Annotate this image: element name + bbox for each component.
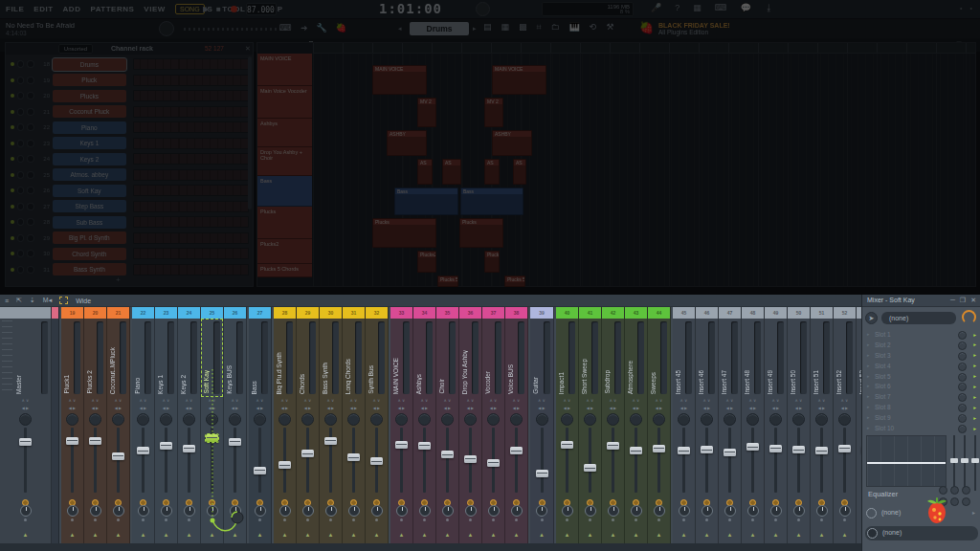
fader-handle[interactable] — [206, 434, 218, 442]
stereo-sep-icon[interactable] — [69, 397, 77, 405]
mixer-strip[interactable]: 42 Subdrop — [602, 307, 625, 543]
pattern-next-arrow[interactable]: ▸ — [473, 25, 477, 33]
mute-led[interactable] — [530, 493, 553, 504]
pan-arrows-icon[interactable] — [726, 405, 733, 412]
step-sequencer-cells[interactable] — [133, 185, 249, 196]
mute-led[interactable] — [0, 493, 51, 504]
strip-name-zone[interactable]: Sweeps — [648, 319, 670, 397]
mixer-strip[interactable]: 36 Drop You Ashby — [459, 307, 482, 543]
playlist-track-header[interactable]: Plucks 5 Chords — [257, 264, 312, 277]
strip-color-cap[interactable]: 41 — [579, 307, 601, 319]
strip-name-zone[interactable]: Insert 52 — [834, 319, 856, 397]
slot-mix-knob[interactable] — [958, 373, 967, 382]
pan-arrows-icon[interactable] — [467, 405, 474, 412]
strip-color-cap[interactable]: 24 — [178, 307, 200, 319]
mixer-strip[interactable]: 21 Coconut..MPluck — [107, 307, 130, 543]
pan-arrows-icon[interactable] — [703, 405, 710, 412]
strip-color-cap[interactable]: 34 — [413, 307, 435, 319]
menu-item[interactable]: VIEW — [144, 5, 165, 13]
stereo-knob[interactable] — [418, 413, 431, 426]
pattern-clip[interactable]: MAIN VOICE — [372, 65, 427, 95]
pattern-clip[interactable]: Plucks 5 — [504, 276, 525, 287]
mute-led[interactable] — [274, 493, 296, 504]
effect-slot[interactable]: Slot 1 — [865, 330, 978, 341]
stereo-sep-icon[interactable] — [350, 397, 358, 405]
eq-knob[interactable] — [950, 486, 959, 495]
route-arrow[interactable] — [249, 532, 271, 543]
stereo-knob[interactable] — [536, 413, 548, 426]
pan-knob[interactable] — [511, 505, 523, 517]
route-arrow[interactable] — [673, 532, 695, 543]
fader-handle[interactable] — [701, 446, 713, 453]
slot-enable-led[interactable] — [973, 405, 976, 410]
channel-enable-led[interactable] — [11, 110, 14, 114]
channel-volume-knob[interactable] — [27, 266, 34, 274]
slot-mix-knob[interactable] — [958, 352, 967, 361]
stereo-knob[interactable] — [792, 413, 805, 426]
stereo-knob[interactable] — [160, 413, 172, 426]
link-midi-icon[interactable]: M◂ — [43, 297, 52, 304]
arrow-icon[interactable]: ➜ — [301, 23, 308, 33]
route-arrow[interactable] — [343, 532, 365, 543]
mute-led[interactable] — [811, 493, 833, 504]
mixer-strip[interactable]: 25 Soft Kay — [201, 307, 224, 543]
slot-enable-led[interactable] — [973, 363, 976, 368]
channel-button[interactable]: Big Pl. d Synth — [53, 231, 126, 244]
step-sequencer-cells[interactable] — [133, 106, 249, 118]
volume-fader[interactable] — [602, 428, 624, 493]
fader-handle[interactable] — [441, 451, 454, 458]
stereo-sep-icon[interactable] — [795, 397, 803, 405]
mute-led[interactable] — [155, 493, 177, 504]
pan-arrows-icon[interactable] — [22, 405, 29, 412]
pan-arrows-icon[interactable] — [587, 405, 593, 412]
master-pitch-slider[interactable] — [184, 28, 289, 31]
slot-mix-knob[interactable] — [958, 425, 967, 433]
pan-knob[interactable] — [679, 505, 690, 517]
mute-led[interactable] — [696, 493, 718, 504]
playlist-track-header[interactable]: Drop You Ashby + Choir — [257, 147, 312, 176]
mixer-strip[interactable]: 45 Insert 45 — [673, 307, 696, 543]
stereo-sep-icon[interactable] — [232, 397, 239, 405]
channel-button[interactable]: Sub Bass — [53, 216, 126, 229]
fader-handle[interactable] — [278, 461, 291, 469]
fl-fruit-icon[interactable]: 🍓 — [336, 23, 346, 33]
channel-enable-led[interactable] — [11, 94, 14, 98]
menu-item[interactable]: PATTERNS — [90, 5, 134, 13]
mixer-strip[interactable]: 26 Keys BUS — [224, 307, 247, 543]
fader-handle[interactable] — [160, 442, 172, 450]
mixer-strip[interactable]: 19 Pluck1 — [61, 307, 84, 543]
step-sequencer-cells[interactable] — [133, 216, 249, 228]
slot-enable-led[interactable] — [973, 332, 976, 338]
mixer-strip[interactable] — [52, 307, 59, 543]
mixer-strip[interactable]: 38 Voice BUS — [505, 307, 528, 543]
mixer-strip[interactable]: 41 Short Sweep — [579, 307, 602, 543]
fader-handle[interactable] — [561, 441, 573, 449]
route-arrow[interactable] — [224, 532, 246, 543]
volume-fader[interactable] — [297, 428, 319, 493]
fader-handle[interactable] — [769, 445, 782, 452]
stereo-sep-icon[interactable] — [818, 397, 826, 405]
fader-handle[interactable] — [66, 437, 78, 445]
route-arrow[interactable] — [274, 532, 296, 543]
channel-button[interactable]: Atmos. abbey — [53, 168, 126, 181]
route-arrow[interactable] — [366, 532, 388, 543]
volume-fader[interactable] — [155, 428, 177, 493]
route-arrow[interactable] — [648, 532, 670, 543]
eq-knob[interactable] — [962, 486, 970, 495]
slot-enable-led[interactable] — [973, 384, 976, 389]
pattern-clip[interactable]: Plucks — [459, 218, 503, 248]
stereo-knob[interactable] — [347, 413, 360, 426]
mute-led[interactable] — [648, 493, 670, 504]
mute-led[interactable] — [505, 493, 527, 504]
fader-handle[interactable] — [347, 453, 360, 461]
fader-handle[interactable] — [19, 438, 32, 446]
pan-knob[interactable] — [279, 505, 291, 517]
master-volume-knob[interactable] — [159, 21, 174, 36]
strip-name-zone[interactable]: Choir — [436, 319, 458, 397]
sort-icon[interactable]: ⇣ — [30, 297, 35, 304]
stereo-knob[interactable] — [561, 413, 573, 426]
volume-fader[interactable] — [249, 428, 271, 493]
volume-fader[interactable] — [579, 428, 601, 493]
strip-name-zone[interactable]: Bass Synth — [320, 319, 342, 397]
stereo-sep-icon[interactable] — [444, 397, 452, 405]
